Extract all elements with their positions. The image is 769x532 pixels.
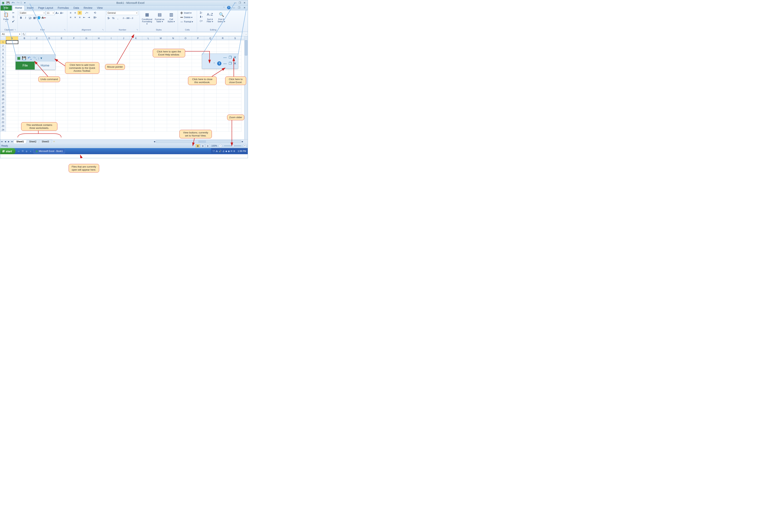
cell-N6[interactable]	[167, 59, 179, 63]
cell-B15[interactable]	[18, 94, 31, 97]
cell-C20[interactable]	[31, 113, 43, 116]
cell-styles-button[interactable]: ▥Cell Styles ▾	[166, 11, 176, 23]
cell-M22[interactable]	[155, 120, 167, 124]
cell-E21[interactable]	[55, 116, 68, 120]
cell-I19[interactable]	[105, 109, 117, 113]
cell-J1[interactable]	[117, 40, 130, 44]
review-tab[interactable]: Review	[81, 6, 95, 10]
cell-A1[interactable]	[6, 40, 18, 44]
quicklaunch-desktop[interactable]: ▭	[17, 149, 20, 153]
cell-F21[interactable]	[68, 116, 80, 120]
cell-E12[interactable]	[55, 82, 68, 86]
underline-button[interactable]: U▾	[28, 16, 32, 20]
font-name-select[interactable]: Calibri▾	[19, 11, 46, 15]
cell-C12[interactable]	[31, 82, 43, 86]
cell-D3[interactable]	[43, 48, 55, 52]
cell-E1[interactable]	[55, 40, 68, 44]
cell-H17[interactable]	[93, 101, 105, 105]
cell-B20[interactable]	[18, 113, 31, 116]
cell-S24[interactable]	[229, 128, 241, 132]
sort-filter-button[interactable]: A↓ZSort & Filter ▾	[205, 11, 215, 23]
format-cells-button[interactable]: ▭Format ▾	[179, 20, 194, 24]
formula-input[interactable]	[26, 32, 243, 36]
cell-H11[interactable]	[93, 78, 105, 82]
cell-K11[interactable]	[130, 78, 142, 82]
cell-C2[interactable]	[31, 44, 43, 48]
cell-G3[interactable]	[80, 48, 93, 52]
cell-K16[interactable]	[130, 97, 142, 101]
cell-F5[interactable]	[68, 55, 80, 59]
cell-J6[interactable]	[117, 59, 130, 63]
cell-M6[interactable]	[155, 59, 167, 63]
cell-H23[interactable]	[93, 124, 105, 128]
cell-J23[interactable]	[117, 124, 130, 128]
hscroll-track[interactable]	[156, 140, 241, 143]
row-header-17[interactable]: 17	[0, 101, 6, 105]
cell-Q20[interactable]	[204, 113, 217, 116]
cell-P13[interactable]	[192, 86, 204, 90]
cell-O22[interactable]	[179, 120, 192, 124]
cell-N8[interactable]	[167, 67, 179, 71]
cell-M18[interactable]	[155, 105, 167, 109]
row-header-7[interactable]: 7	[0, 63, 6, 67]
cell-F14[interactable]	[68, 90, 80, 94]
cut-button[interactable]: ✂	[11, 11, 15, 15]
cell-O6[interactable]	[179, 59, 192, 63]
row-header-15[interactable]: 15	[0, 94, 6, 97]
cell-I12[interactable]	[105, 82, 117, 86]
cell-N12[interactable]	[167, 82, 179, 86]
cell-J21[interactable]	[117, 116, 130, 120]
cell-G20[interactable]	[80, 113, 93, 116]
cell-Q22[interactable]	[204, 120, 217, 124]
tray-misc4-icon[interactable]: ⚙	[233, 150, 235, 152]
cell-A16[interactable]	[6, 97, 18, 101]
quicklaunch-ie[interactable]: ⓔ	[21, 149, 24, 153]
cell-M21[interactable]	[155, 116, 167, 120]
cell-N10[interactable]	[167, 75, 179, 78]
insert-tab[interactable]: Insert	[25, 6, 36, 10]
cell-F18[interactable]	[68, 105, 80, 109]
cell-M1[interactable]	[155, 40, 167, 44]
decrease-decimal-button[interactable]: .00→.0	[128, 16, 132, 20]
decrease-indent-button[interactable]: ⇤	[82, 15, 86, 19]
cell-C13[interactable]	[31, 86, 43, 90]
cell-J10[interactable]	[117, 75, 130, 78]
tray-misc2-icon[interactable]: ◉	[228, 150, 230, 152]
align-middle-button[interactable]: ≡	[73, 11, 77, 15]
cell-S1[interactable]	[229, 40, 241, 44]
cell-O7[interactable]	[179, 63, 192, 67]
cell-B16[interactable]	[18, 97, 31, 101]
cell-J12[interactable]	[117, 82, 130, 86]
cell-C3[interactable]	[31, 48, 43, 52]
cell-O14[interactable]	[179, 90, 192, 94]
cell-F20[interactable]	[68, 113, 80, 116]
cell-M23[interactable]	[155, 124, 167, 128]
help-button[interactable]: ?	[227, 6, 230, 9]
cell-G4[interactable]	[80, 52, 93, 55]
cell-E16[interactable]	[55, 97, 68, 101]
cell-D9[interactable]	[43, 71, 55, 75]
cell-J19[interactable]	[117, 109, 130, 113]
cell-B2[interactable]	[18, 44, 31, 48]
cell-G21[interactable]	[80, 116, 93, 120]
cell-N14[interactable]	[167, 90, 179, 94]
cell-E18[interactable]	[55, 105, 68, 109]
cell-O23[interactable]	[179, 124, 192, 128]
align-bottom-button[interactable]: ≡	[78, 11, 82, 15]
cell-B21[interactable]	[18, 116, 31, 120]
cell-L24[interactable]	[142, 128, 155, 132]
cell-Q15[interactable]	[204, 94, 217, 97]
workbook-restore-button[interactable]: ❐	[237, 6, 241, 9]
cell-D2[interactable]	[43, 44, 55, 48]
cell-K7[interactable]	[130, 63, 142, 67]
cell-B13[interactable]	[18, 86, 31, 90]
cell-F13[interactable]	[68, 86, 80, 90]
bold-button[interactable]: B	[19, 16, 23, 20]
cell-M11[interactable]	[155, 78, 167, 82]
cell-B1[interactable]	[18, 40, 31, 44]
cell-K12[interactable]	[130, 82, 142, 86]
borders-button[interactable]: ▦▾	[33, 16, 37, 20]
insert-cells-button[interactable]: ➕Insert ▾	[179, 11, 192, 15]
cell-B19[interactable]	[18, 109, 31, 113]
italic-button[interactable]: I	[23, 16, 28, 20]
